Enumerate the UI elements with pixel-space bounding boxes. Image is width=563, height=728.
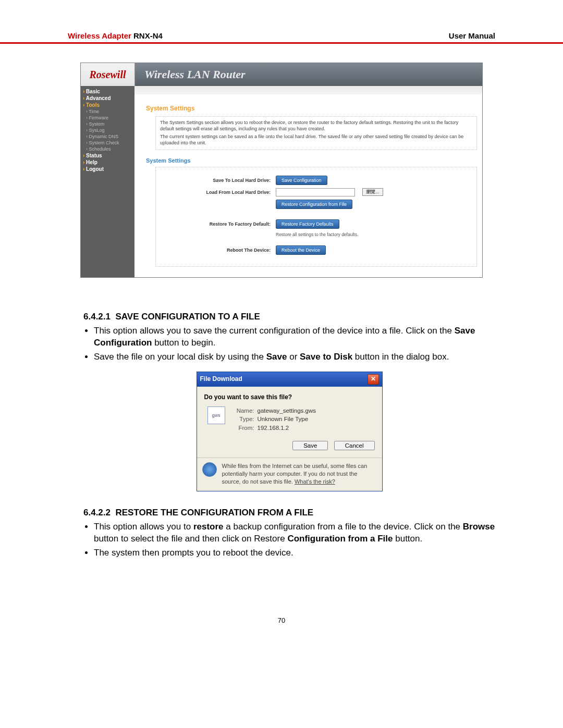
bullet-save-1: This option allows you to save the curre… bbox=[94, 325, 495, 349]
shield-icon bbox=[202, 462, 217, 477]
label-load: Load From Local Hard Drive: bbox=[166, 190, 271, 195]
sidebar-item-basic[interactable]: Basic bbox=[83, 88, 134, 95]
save-button[interactable]: Save bbox=[292, 441, 328, 450]
close-icon[interactable]: ✕ bbox=[368, 374, 379, 385]
factory-caption: Restore all settings to the factory defa… bbox=[276, 232, 466, 237]
router-title: Wireless LAN Router bbox=[135, 63, 482, 86]
dialog-question: Do you want to save this file? bbox=[204, 393, 375, 401]
file-type-icon: gws bbox=[207, 406, 225, 424]
sidebar-item-syslog[interactable]: SysLog bbox=[83, 127, 134, 133]
brand-text: Wireless Adapter bbox=[68, 31, 131, 40]
cancel-button[interactable]: Cancel bbox=[334, 441, 375, 450]
bullet-restore-2: The system then prompts you to reboot th… bbox=[94, 547, 495, 559]
file-download-dialog: File Download ✕ Do you want to save this… bbox=[197, 372, 383, 491]
header-right: User Manual bbox=[449, 31, 495, 40]
label-save: Save To Local Hard Drive: bbox=[166, 178, 271, 183]
dialog-footer-text: While files from the Internet can be use… bbox=[222, 462, 377, 486]
bullet-restore-1: This option allows you to restore a back… bbox=[94, 521, 495, 545]
sidebar-item-logout[interactable]: Logout bbox=[83, 166, 134, 172]
bullet-save-2: Save the file on your local disk by usin… bbox=[94, 351, 495, 363]
sidebar-item-help[interactable]: Help bbox=[83, 159, 134, 166]
sidebar-item-time[interactable]: Time bbox=[83, 108, 134, 115]
router-logo: Rosewill bbox=[81, 63, 135, 86]
router-screenshot: Rosewill Wireless LAN Router Basic Advan… bbox=[80, 63, 483, 278]
heading-6421: 6.4.2.1 SAVE CONFIGURATION TO A FILE bbox=[83, 311, 495, 323]
sidebar-item-firmware[interactable]: Firmware bbox=[83, 115, 134, 121]
save-configuration-button[interactable]: Save Configuration bbox=[276, 176, 327, 185]
section-title: System Settings bbox=[146, 105, 477, 112]
help-p1: The System Settings section allows you t… bbox=[160, 120, 472, 132]
label-factory: Restore To Factory Default: bbox=[166, 221, 271, 227]
sidebar-item-schedules[interactable]: Schedules bbox=[83, 146, 134, 152]
browse-button[interactable]: 瀏覽... bbox=[362, 188, 383, 196]
sidebar-item-status[interactable]: Status bbox=[83, 152, 134, 159]
file-details: Name:gateway_settings.gws Type:Unknown F… bbox=[231, 406, 316, 433]
section-title2: System Settings bbox=[146, 157, 477, 164]
dialog-title: File Download bbox=[200, 375, 242, 383]
tab-band bbox=[134, 86, 482, 94]
sidebar-item-ddns[interactable]: Dynamic DNS bbox=[83, 133, 134, 140]
load-file-input[interactable] bbox=[276, 188, 355, 196]
doc-header: Wireless Adapter RNX-N4 User Manual bbox=[0, 31, 563, 44]
sidebar-item-tools[interactable]: Tools bbox=[83, 102, 134, 108]
help-p2: The current system settings can be saved… bbox=[160, 134, 472, 146]
header-left: Wireless Adapter RNX-N4 bbox=[68, 31, 163, 40]
restore-from-file-button[interactable]: Restore Configuration from File bbox=[276, 200, 352, 209]
settings-form: Save To Local Hard Drive: Save Configura… bbox=[155, 167, 477, 267]
help-text: The System Settings section allows you t… bbox=[155, 116, 477, 150]
model-text: RNX-N4 bbox=[133, 31, 163, 40]
reboot-button[interactable]: Reboot the Device bbox=[276, 245, 326, 255]
router-sidebar: Basic Advanced Tools Time Firmware Syste… bbox=[81, 86, 134, 277]
restore-factory-button[interactable]: Restore Factory Defaults bbox=[276, 219, 339, 229]
label-reboot: Reboot The Device: bbox=[166, 248, 271, 253]
whats-the-risk-link[interactable]: What's the risk? bbox=[295, 478, 335, 485]
sidebar-item-advanced[interactable]: Advanced bbox=[83, 95, 134, 102]
sidebar-item-system[interactable]: System bbox=[83, 121, 134, 127]
page-number: 70 bbox=[0, 616, 563, 624]
sidebar-item-syscheck[interactable]: System Check bbox=[83, 140, 134, 146]
router-content: System Settings The System Settings sect… bbox=[134, 86, 482, 277]
heading-6422: 6.4.2.2 RESTORE THE CONFIGURATION FROM A… bbox=[83, 507, 495, 519]
